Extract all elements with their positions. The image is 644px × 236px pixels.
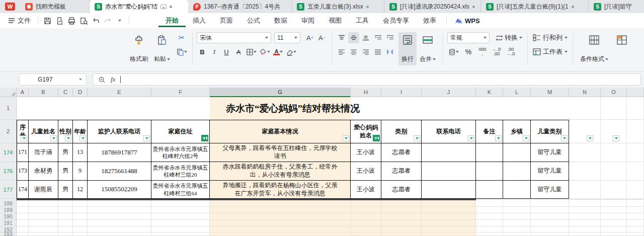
data-cell-H176[interactable]: 王小波	[351, 162, 381, 181]
ribbon-tab-tools[interactable]: 工具	[349, 14, 376, 27]
empty-cell[interactable]	[351, 226, 381, 232]
column-header-M[interactable]: M	[531, 88, 569, 97]
select-all-corner[interactable]	[0, 88, 17, 97]
empty-cell[interactable]	[151, 200, 210, 207]
empty-cell[interactable]	[73, 200, 88, 207]
data-cell-K174[interactable]	[476, 143, 503, 162]
empty-cell[interactable]	[88, 200, 151, 207]
undo-button[interactable]	[90, 15, 102, 26]
filter-dropdown-icon[interactable]	[65, 135, 71, 141]
column-header-J[interactable]: J	[422, 88, 476, 97]
column-header-C[interactable]: C	[58, 88, 73, 97]
rows-and-columns-button[interactable]: 行和列	[532, 32, 569, 43]
empty-cell[interactable]	[601, 213, 627, 220]
data-cell-J174[interactable]	[422, 143, 476, 162]
align-bottom-button[interactable]	[360, 32, 371, 43]
data-cell-G174[interactable]: 父母离异，跟着爷爷在五柱峰住，元厚学校读书	[210, 143, 351, 162]
filter-active-icon[interactable]	[201, 135, 208, 141]
align-top-button[interactable]	[336, 32, 347, 43]
data-cell-M174[interactable]: 留守儿童	[531, 143, 569, 162]
column-header-G[interactable]: G	[210, 88, 351, 97]
empty-cell[interactable]	[627, 207, 644, 213]
data-cell-L176[interactable]	[503, 162, 531, 181]
redo-button[interactable]	[102, 15, 114, 26]
data-cell-E174[interactable]: 18786917877	[88, 143, 151, 162]
row-header-174[interactable]: 174	[0, 143, 17, 162]
header-cell-M[interactable]: 儿童类别	[531, 120, 569, 143]
ribbon-tab-formulas[interactable]: 公式	[240, 14, 267, 27]
filter-dropdown-icon[interactable]	[414, 135, 420, 141]
align-center-button[interactable]	[348, 46, 359, 57]
data-cell-G177[interactable]: 异地搬迁，跟着奶奶在杨梅山小区住，父亲在广东开货车，从小没有母亲消息	[210, 181, 351, 199]
empty-cell[interactable]	[422, 200, 476, 207]
data-cell-M176[interactable]: 留守儿童	[531, 162, 569, 181]
tab-five-types-ledger9-readonly[interactable]: S [只读]五类儿童台账(9)(1)(1	[481, 0, 589, 13]
empty-cell[interactable]	[88, 207, 151, 213]
data-cell-F176[interactable]: 贵州省赤水市元厚镇五柱峰村三组20	[151, 162, 210, 181]
file-menu-button[interactable]: 文件	[4, 16, 35, 25]
fill-color-button[interactable]	[259, 46, 271, 57]
ribbon-tab-page[interactable]: 页面	[213, 14, 240, 27]
empty-cell[interactable]	[151, 220, 210, 226]
empty-cell[interactable]	[151, 226, 210, 232]
strikethrough-button[interactable]: A	[233, 46, 244, 57]
filter-dropdown-icon[interactable]	[495, 135, 502, 141]
empty-cell[interactable]	[17, 213, 29, 220]
empty-cell[interactable]	[601, 226, 627, 232]
column-header-N[interactable]: N	[569, 88, 601, 97]
empty-cell[interactable]	[627, 232, 644, 236]
header-cell-F[interactable]: 家庭住址	[151, 120, 210, 143]
empty-cell[interactable]	[29, 200, 58, 207]
bold-button[interactable]: B	[197, 46, 208, 57]
empty-cell[interactable]	[531, 226, 569, 232]
empty-cell[interactable]	[88, 226, 151, 232]
increase-indent-button[interactable]	[384, 32, 395, 43]
filter-dropdown-icon[interactable]	[561, 135, 568, 141]
empty-cell[interactable]	[503, 213, 531, 220]
tab-pdf-document[interactable]: P 1367--赤青通〔2025〕4号共	[188, 0, 292, 13]
export-pdf-button[interactable]	[53, 15, 65, 26]
font-size-select[interactable]: 11	[274, 32, 300, 43]
data-cell-F174[interactable]: 贵州省赤水市元厚镇五柱峰村六组2号	[151, 143, 210, 162]
header-cell-O[interactable]	[601, 120, 627, 143]
empty-cell[interactable]	[351, 200, 381, 207]
empty-cell[interactable]	[381, 226, 422, 232]
empty-cell[interactable]	[601, 143, 627, 162]
decrease-decimal-button[interactable]: .00→.0	[505, 46, 516, 57]
align-left-button[interactable]	[336, 46, 347, 57]
data-cell-D174[interactable]: 13	[73, 143, 88, 162]
filter-dropdown-icon[interactable]	[613, 135, 619, 141]
header-cell-N[interactable]	[569, 120, 601, 143]
empty-cell[interactable]	[627, 220, 644, 226]
row-header-193[interactable]: 193	[0, 232, 17, 236]
empty-cell[interactable]	[351, 213, 381, 220]
column-header-F[interactable]: F	[151, 88, 210, 97]
worksheet-button[interactable]: 工作表	[532, 46, 569, 57]
empty-cell[interactable]	[381, 207, 422, 213]
convert-button[interactable]: 转换	[495, 32, 523, 43]
tab-left-behind-readonly[interactable]: S [只读]留守	[589, 0, 644, 13]
distributed-button[interactable]	[384, 46, 395, 57]
data-cell-L177[interactable]	[503, 181, 531, 199]
empty-cell[interactable]	[569, 162, 601, 181]
filter-dropdown-icon[interactable]	[79, 135, 86, 141]
empty-cell[interactable]	[601, 162, 627, 181]
tab-five-types-ledger3[interactable]: S 五类儿童台账(3).xlsx	[292, 0, 384, 13]
copy-button[interactable]	[175, 46, 188, 57]
data-cell-J176[interactable]	[422, 162, 476, 181]
data-cell-I176[interactable]: 志愿者	[381, 162, 422, 181]
empty-cell[interactable]	[531, 220, 569, 226]
empty-cell[interactable]	[58, 213, 73, 220]
data-cell-A174[interactable]: 171	[17, 143, 29, 162]
empty-cell[interactable]	[569, 213, 601, 220]
data-cell-K176[interactable]	[476, 162, 503, 181]
sheet-title[interactable]: 赤水市“爱心妈妈”结对帮扶情况	[17, 97, 569, 120]
empty-cell[interactable]	[476, 232, 503, 236]
data-cell-B177[interactable]: 谢雨辰	[29, 181, 58, 199]
empty-cell[interactable]	[531, 213, 569, 220]
print-button[interactable]	[65, 15, 77, 26]
filter-dropdown-icon[interactable]	[343, 135, 349, 141]
empty-cell[interactable]	[151, 232, 210, 236]
title-row-empty-cell[interactable]	[627, 97, 644, 120]
empty-cell[interactable]	[627, 162, 644, 181]
